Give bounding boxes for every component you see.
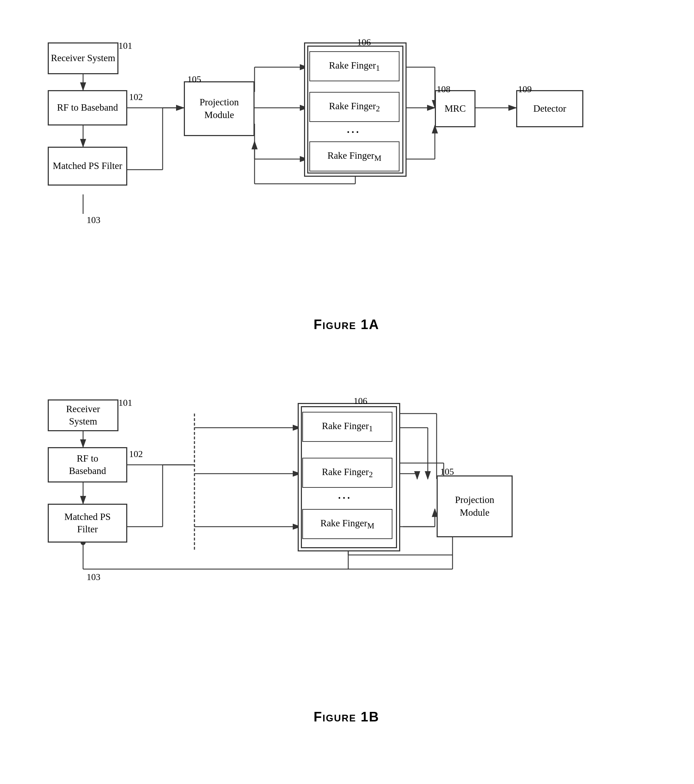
- ref-105-a: 105: [187, 74, 201, 85]
- ref-108-a: 108: [437, 84, 450, 95]
- ref-101-a: 101: [119, 41, 132, 51]
- matched-filter-box-b: Matched PSFilter: [48, 504, 127, 543]
- ref-109-a: 109: [518, 84, 532, 95]
- ref-106-a: 106: [357, 37, 371, 48]
- figure-1b: ReceiverSystem RF toBaseband Matched PSF…: [28, 378, 665, 732]
- figure-1a: Receiver System RF to Baseband Matched P…: [28, 21, 665, 339]
- figure-1b-caption: Figure 1B: [28, 710, 665, 725]
- ref-105-b: 105: [440, 466, 454, 477]
- figure-1a-caption: Figure 1A: [28, 317, 665, 332]
- rake-finger2-box-b: Rake Finger2: [302, 458, 392, 488]
- rf-baseband-box-a: RF to Baseband: [48, 90, 127, 125]
- projection-module-box-b: ProjectionModule: [437, 475, 513, 537]
- mrc-box-a: MRC: [435, 90, 475, 127]
- receiver-system-box-b: ReceiverSystem: [48, 399, 119, 431]
- ref-103-a: 103: [87, 215, 101, 226]
- ref-102-a: 102: [129, 92, 143, 102]
- rake-finger1-box-b: Rake Finger1: [302, 412, 392, 442]
- projection-module-box-a: Projection Module: [184, 81, 255, 136]
- rf-baseband-box-b: RF toBaseband: [48, 447, 127, 483]
- rake-finger2-box-a: Rake Finger2: [309, 92, 399, 122]
- rake-fingerm-box-a: Rake FingerM: [309, 142, 399, 171]
- ref-106-b: 106: [354, 396, 367, 407]
- ref-101-b: 101: [119, 398, 132, 408]
- detector-box-a: Detector: [516, 90, 584, 127]
- ref-103-b: 103: [87, 572, 101, 583]
- ref-102-b: 102: [129, 449, 143, 460]
- matched-filter-box-a: Matched PS Filter: [48, 147, 127, 186]
- rake-fingerm-box-b: Rake FingerM: [302, 509, 392, 539]
- receiver-system-box-a: Receiver System: [48, 43, 119, 74]
- rake-finger1-box-a: Rake Finger1: [309, 51, 399, 81]
